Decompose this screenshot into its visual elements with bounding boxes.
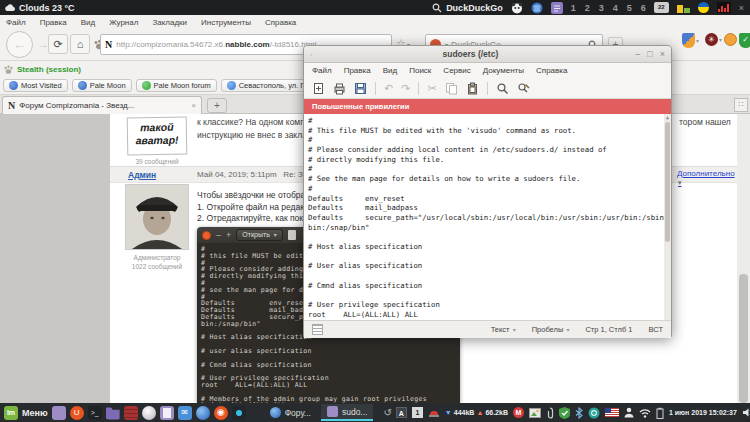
new-document-icon[interactable] [312, 82, 325, 95]
alarm-icon[interactable] [428, 407, 440, 418]
menu-button[interactable]: lm Меню [4, 406, 48, 420]
save-icon[interactable] [354, 82, 367, 95]
bookmark-item[interactable]: Pale Moon [72, 79, 132, 92]
home-button[interactable]: ⌂ [70, 34, 90, 54]
us-flag-icon[interactable] [605, 408, 619, 417]
panel-close-icon[interactable]: × [739, 3, 744, 13]
taskbar-window-sudoers[interactable]: sudo... [321, 404, 374, 421]
paperclip-icon[interactable] [546, 407, 554, 419]
editor-menu-item[interactable]: Документы [483, 66, 524, 75]
browser-icon[interactable] [196, 406, 210, 420]
tab-mode-selector[interactable]: Пробелы ▾ [532, 325, 570, 334]
more-options-link[interactable]: Дополнительно ▾ [677, 169, 737, 187]
editor-menu-item[interactable]: Файл [312, 66, 332, 75]
redo-icon[interactable]: ↷ [401, 82, 410, 95]
editor-titlebar[interactable]: ▫ sudoers (/etc) ‒ □ × [304, 46, 671, 63]
cut-icon[interactable]: ✂ [427, 82, 436, 95]
media-icon[interactable] [232, 406, 246, 420]
volume-icon[interactable] [742, 407, 750, 418]
maximize-icon[interactable]: □ [647, 49, 652, 59]
panel-search-applet[interactable]: DuckDuckGo [432, 3, 503, 13]
show-desktop-icon[interactable] [52, 406, 66, 420]
workspace-number[interactable]: 3 [599, 3, 604, 13]
network-graph-icon[interactable] [717, 2, 731, 13]
browser-menu-item[interactable]: Справка [265, 18, 296, 27]
browser-menu-item[interactable]: Закладки [152, 18, 187, 27]
taskbar-window-forum[interactable]: Фору... [264, 404, 317, 421]
bookmark-item[interactable]: Pale Moon forum [136, 79, 217, 92]
copy-icon[interactable] [445, 82, 458, 95]
screen-indicator[interactable]: 22 [654, 2, 669, 13]
tab-close-icon[interactable]: × [191, 101, 196, 110]
browser-menu-item[interactable]: Файл [6, 18, 26, 27]
reload-button[interactable]: ⟳ [48, 34, 68, 54]
editor-menu-item[interactable]: Справка [536, 66, 567, 75]
ubuntu-icon[interactable]: ◉ [214, 406, 228, 420]
terminal-icon[interactable]: >_ [88, 406, 102, 420]
user-icon[interactable] [624, 407, 634, 418]
software-icon[interactable]: U [70, 406, 84, 420]
folder-icon[interactable] [106, 406, 120, 420]
m-badge-icon[interactable]: M [513, 407, 524, 418]
network-traffic[interactable]: ▼444kB ▲66.2kB [445, 409, 508, 416]
paste-icon[interactable] [466, 82, 479, 95]
tab-forum[interactable]: N Форум Compizomania - Звезд... × [2, 96, 202, 114]
cpu-meter-icon[interactable] [677, 2, 690, 13]
editor-menu-item[interactable]: Правка [344, 66, 371, 75]
editor-scrollbar[interactable]: ▲ [664, 114, 671, 320]
extension-green-shield-icon[interactable]: ✓ [739, 33, 750, 48]
shield-check-icon[interactable] [559, 407, 570, 419]
globe-icon[interactable] [531, 2, 543, 14]
app-icon[interactable] [142, 406, 156, 420]
editor-line: # directly modifying this file. [308, 155, 663, 165]
browser-menu-item[interactable]: Инструменты [201, 18, 251, 27]
minimize-icon[interactable]: ‒ [635, 49, 640, 59]
wifi-icon[interactable] [639, 408, 651, 418]
indicator-circle-icon[interactable] [588, 407, 600, 419]
clock[interactable]: 1 июн 2019 15:02:37 [669, 409, 737, 416]
weather-applet[interactable]: Clouds 23 °C [0, 3, 75, 13]
find-icon[interactable] [496, 82, 509, 95]
workspace-number[interactable]: 2 [585, 3, 590, 13]
session-label[interactable]: Stealth (session) [17, 65, 81, 74]
page-scrollbar[interactable] [737, 114, 750, 403]
close-icon[interactable]: × [660, 49, 665, 59]
tab-width-icon[interactable] [312, 324, 323, 335]
browser-menu-item[interactable]: Вид [81, 18, 95, 27]
extension-blocker-icon[interactable]: ✳▾ [705, 33, 722, 46]
files-icon[interactable] [160, 406, 174, 420]
workspace-number[interactable]: 4 [613, 3, 618, 13]
flag-indicator-icon[interactable] [698, 2, 709, 13]
battery-icon[interactable] [656, 407, 664, 419]
image-icon[interactable] [529, 408, 541, 418]
browser-menu-item[interactable]: Журнал [109, 18, 138, 27]
workspace-number[interactable]: 1 [571, 3, 576, 13]
extension-amber-icon[interactable] [724, 33, 737, 46]
tab-overflow-icon[interactable]: ∷ [734, 98, 748, 112]
insert-mode: ВСТ [648, 325, 663, 334]
panda-icon[interactable] [511, 2, 523, 14]
workspace-number[interactable]: 6 [641, 3, 646, 13]
notes-icon[interactable] [551, 2, 563, 14]
extension-shield-icon[interactable]: ▾ [682, 33, 699, 48]
editor-menu-item[interactable]: Вид [383, 66, 397, 75]
refresh-icon[interactable]: ↺ [383, 407, 391, 418]
mail-icon[interactable]: ✉ [178, 406, 192, 420]
workspace-number[interactable]: 5 [627, 3, 632, 13]
find-replace-icon[interactable] [517, 82, 530, 95]
firewall-icon[interactable] [124, 406, 138, 420]
undo-icon[interactable]: ↶ [384, 82, 393, 95]
browser-menu-item[interactable]: Правка [40, 18, 67, 27]
author-link[interactable]: Админ [128, 170, 156, 180]
bluetooth-icon[interactable] [575, 407, 583, 419]
print-icon[interactable] [333, 82, 346, 95]
highlight-mode-selector[interactable]: Текст ▾ [491, 325, 516, 334]
indicator-a[interactable]: A [396, 407, 407, 418]
back-button[interactable]: ← [6, 31, 33, 58]
editor-menu-item[interactable]: Поиск [409, 66, 431, 75]
indicator-1[interactable]: 1 [412, 407, 423, 418]
editor-text-area[interactable]: ## This file MUST be edited with the 'vi… [304, 114, 671, 320]
editor-menu-item[interactable]: Сервис [443, 66, 470, 75]
new-tab-button[interactable]: + [207, 98, 227, 113]
bookmark-item[interactable]: Most Visited [3, 79, 68, 92]
